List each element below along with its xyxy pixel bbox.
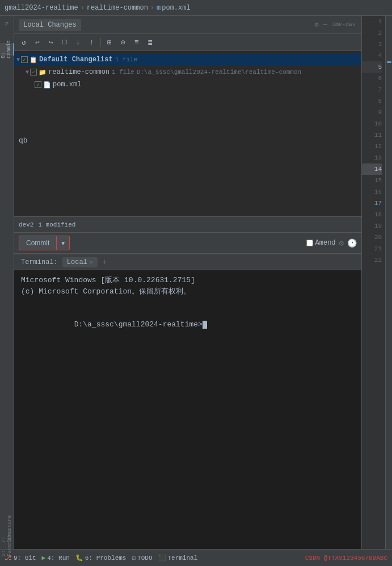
main-layout: P 0: Commit 7: Structure 2: Favorites Lo… [0, 16, 392, 549]
changelist-checkbox[interactable]: ✓ [21, 56, 28, 63]
module-row[interactable]: ▼ ✓ 📁 realtime-common 1 file D:\a_sssc\g… [14, 66, 361, 78]
work-area: Local Changes ⚙ — ime-dws ↺ ↩ ↪ □ ↓ ↑ [14, 16, 361, 549]
line-13: 13 [362, 152, 382, 163]
module-icon: 📁 [39, 69, 47, 76]
breadcrumb-bar: gmall2024-realtime › realtime-common › m… [0, 0, 392, 16]
sidebar-favorites-icon[interactable]: 2: Favorites [0, 536, 14, 549]
local-changes-footer: dev2 1 modified [14, 216, 361, 232]
problems-icon: 🐛 [75, 554, 83, 561]
sidebar-favorites-label: 2: Favorites [1, 529, 12, 557]
module-name: realtime-common [48, 68, 109, 76]
toolbar-rollback-btn[interactable]: ↩ [31, 36, 44, 49]
line-5: 5 [362, 61, 382, 73]
toolbar-group-btn[interactable]: ⊞ [103, 36, 116, 49]
line-4: 4 [362, 50, 382, 61]
panel-tab-bar: Local Changes ⚙ — ime-dws [14, 16, 361, 34]
file-checkbox[interactable]: ✓ [35, 81, 41, 88]
module-checkbox[interactable]: ✓ [30, 69, 37, 76]
toolbar-push-btn[interactable]: ↑ [86, 36, 98, 49]
breadcrumb-project[interactable]: gmall2024-realtime [5, 4, 78, 12]
line-22: 22 [362, 254, 382, 266]
content-panel: Local Changes ⚙ — ime-dws ↺ ↩ ↪ □ ↓ ↑ [14, 16, 392, 549]
status-right: CSDN @TTX5123456789ABC [305, 555, 387, 561]
line-18: 18 [362, 209, 382, 220]
sidebar-project-icon[interactable]: P [1, 18, 13, 31]
line-6: 6 [362, 73, 382, 84]
status-todo-label: TODO [137, 555, 152, 561]
changelist-icon: 📋 [29, 56, 37, 64]
terminal-tab-local[interactable]: Local ✕ [62, 257, 98, 267]
breadcrumb-file[interactable]: pom.xml [162, 4, 190, 12]
toolbar-sep1 [100, 38, 101, 47]
breadcrumb-module[interactable]: realtime-common [87, 4, 148, 12]
toolbar-view-btn[interactable]: ⊙ [117, 36, 129, 49]
commit-btn-group: Commit ▼ [19, 236, 70, 250]
line-numbers-gutter: 1 2 3 4 5 6 7 8 9 10 11 12 13 14 15 16 1… [361, 16, 385, 549]
breadcrumb-sep2: › [150, 4, 154, 12]
line-16: 16 [362, 186, 382, 198]
line-8: 8 [362, 95, 382, 107]
toolbar-sort-btn[interactable]: ≡ [130, 36, 143, 49]
toolbar-update-btn[interactable]: ↓ [72, 36, 85, 49]
changelist-row[interactable]: ▼ ✓ 📋 Default Changelist 1 file [14, 53, 361, 66]
terminal-panel: Terminal: Local ✕ + Microsoft Windows [版… [14, 254, 361, 549]
file-tree[interactable]: ▼ ✓ 📋 Default Changelist 1 file ▼ ✓ 📁 re… [14, 51, 361, 133]
terminal-line-3 [21, 297, 355, 308]
status-todo[interactable]: ☑ TODO [132, 554, 152, 561]
commit-button[interactable]: Commit [19, 236, 57, 250]
toolbar-refresh-btn[interactable]: ↺ [18, 36, 30, 49]
right-indicators [385, 16, 392, 549]
status-terminal-label: Terminal [168, 555, 198, 561]
csdn-badge: CSDN @TTX5123456789ABC [305, 555, 387, 561]
status-run[interactable]: ▶ 4: Run [42, 554, 70, 561]
status-problems[interactable]: 🐛 6: Problems [75, 554, 127, 561]
line-20: 20 [362, 232, 382, 243]
commit-btn-row: Commit ▼ Amend ⚙ 🕐 [14, 232, 361, 254]
local-changes-tab[interactable]: Local Changes [19, 19, 81, 31]
terminal-tab-bar: Terminal: Local ✕ + [14, 254, 361, 270]
module-path: D:\a_sssc\gmall2024-realtime\realtime-co… [137, 69, 301, 76]
amend-checkbox-input[interactable] [306, 240, 313, 246]
minimize-icon[interactable]: — [322, 20, 328, 30]
terminal-prompt: D:\a_sssc\gmall2024-realtime> [74, 320, 203, 329]
commit-clock-icon[interactable]: 🕐 [347, 238, 357, 248]
line-12: 12 [362, 141, 382, 152]
terminal-line-1: Microsoft Windows [版本 10.0.22631.2715] [21, 275, 355, 286]
commit-dropdown-button[interactable]: ▼ [57, 236, 70, 250]
line-21: 21 [362, 243, 382, 254]
line-11: 11 [362, 129, 382, 141]
status-problems-label: 6: Problems [85, 555, 127, 561]
line-9: 9 [362, 107, 382, 118]
commit-right-options: Amend ⚙ 🕐 [306, 238, 357, 248]
ime-dws-label: ime-dws [331, 20, 357, 29]
commit-settings-icon[interactable]: ⚙ [339, 238, 344, 248]
settings-icon[interactable]: ⚙ [314, 19, 320, 30]
left-sidebar: P 0: Commit 7: Structure 2: Favorites [0, 16, 14, 549]
terminal-label: Terminal: [19, 257, 60, 267]
commit-message-area[interactable]: qb [14, 133, 361, 217]
terminal-cursor [203, 321, 207, 329]
line-17: 17 [362, 198, 382, 209]
toolbar-diff-btn[interactable]: □ [58, 36, 71, 49]
terminal-tab-close-icon[interactable]: ✕ [90, 259, 93, 266]
todo-icon: ☑ [132, 554, 136, 561]
run-icon: ▶ [42, 554, 46, 561]
terminal-content[interactable]: Microsoft Windows [版本 10.0.22631.2715] (… [14, 270, 361, 549]
terminal-icon: ⬛ [158, 554, 166, 561]
line-19: 19 [362, 220, 382, 232]
amend-label[interactable]: Amend [306, 239, 336, 247]
terminal-tab-name: Local [67, 258, 87, 266]
toolbar-more-btn[interactable]: ≣ [144, 36, 157, 49]
terminal-add-icon[interactable]: + [100, 258, 109, 267]
toolbar-show-diff-btn[interactable]: ↪ [45, 36, 57, 49]
status-bar: ⎇ 9: Git ▶ 4: Run 🐛 6: Problems ☑ TODO ⬛… [0, 549, 392, 566]
status-left: ⎇ 9: Git ▶ 4: Run 🐛 6: Problems ☑ TODO ⬛… [5, 554, 197, 561]
file-row[interactable]: ✓ 📄 pom.xml [14, 78, 361, 91]
branch-badge: dev2 [19, 221, 33, 228]
terminal-line-2: (c) Microsoft Corporation。保留所有权利。 [21, 286, 355, 297]
status-terminal[interactable]: ⬛ Terminal [158, 554, 198, 561]
modified-badge: 1 modified [38, 221, 75, 228]
sidebar-commit-icon[interactable]: 0: Commit [0, 43, 14, 56]
dropdown-arrow-icon: ▼ [60, 240, 66, 246]
line-14: 14 [362, 163, 382, 175]
